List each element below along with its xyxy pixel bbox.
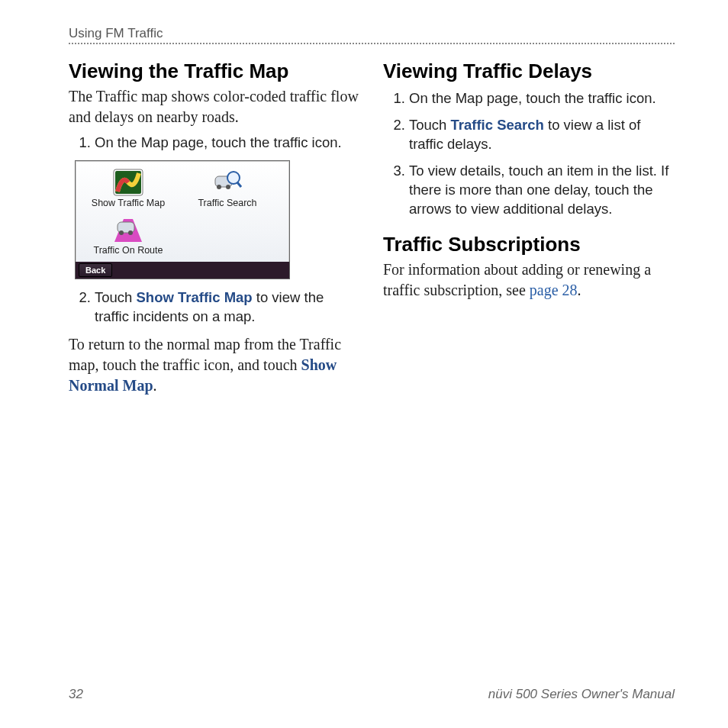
heading-traffic-subscriptions: Traffic Subscriptions	[383, 233, 675, 256]
intro-paragraph: The Traffic map shows color-coded traffi…	[69, 86, 360, 127]
traffic-search-icon	[212, 169, 243, 196]
device-button-label: Traffic On Route	[79, 245, 178, 256]
device-back-bar: Back	[76, 262, 289, 279]
svg-point-3	[217, 185, 221, 189]
device-button-label: Traffic Search	[178, 198, 277, 208]
right-column: Viewing Traffic Delays On the Map page, …	[383, 60, 675, 396]
svg-point-9	[119, 230, 124, 235]
steps-list: On the Map page, touch the traffic icon.	[69, 134, 360, 153]
step-item: On the Map page, touch the traffic icon.	[95, 134, 360, 153]
device-back-button[interactable]: Back	[79, 263, 112, 277]
svg-point-10	[128, 230, 133, 235]
device-button-traffic-on-route[interactable]: Traffic On Route	[79, 213, 178, 260]
keyword-traffic-search: Traffic Search	[451, 117, 544, 133]
step-text: Touch	[409, 117, 451, 133]
running-header: Using FM Traffic	[69, 26, 675, 41]
subscriptions-paragraph: For information about adding or renewing…	[383, 259, 675, 301]
header-rule	[69, 43, 675, 44]
device-screenshot: Show Traffic Map Traffic Search	[75, 160, 290, 279]
keyword-show-traffic-map: Show Traffic Map	[137, 289, 253, 305]
left-column: Viewing the Traffic Map The Traffic map …	[69, 60, 360, 396]
two-column-layout: Viewing the Traffic Map The Traffic map …	[69, 60, 675, 396]
device-button-traffic-search[interactable]: Traffic Search	[178, 166, 277, 213]
traffic-map-icon	[113, 169, 143, 196]
closing-paragraph: To return to the normal map from the Tra…	[69, 334, 360, 396]
traffic-route-icon	[113, 216, 143, 243]
paragraph-text: For information about adding or renewing…	[383, 261, 651, 298]
paragraph-text: .	[153, 377, 157, 394]
step-text: Touch	[95, 289, 137, 305]
manual-page: Using FM Traffic Viewing the Traffic Map…	[0, 0, 728, 728]
step-item: To view details, touch an item in the li…	[409, 162, 675, 219]
page-footer: 32 nüvi 500 Series Owner's Manual	[69, 687, 675, 702]
step-item: On the Map page, touch the traffic icon.	[409, 89, 675, 108]
page-link[interactable]: page 28	[530, 282, 578, 298]
svg-line-6	[237, 182, 241, 187]
step-item: Touch Traffic Search to view a list of t…	[409, 116, 675, 154]
delays-steps-list: On the Map page, touch the traffic icon.…	[383, 89, 675, 219]
step-item: Touch Show Traffic Map to view the traff…	[95, 288, 360, 327]
device-menu-grid: Show Traffic Map Traffic Search	[76, 161, 289, 262]
page-number: 32	[69, 687, 83, 702]
paragraph-text: To return to the normal map from the Tra…	[69, 336, 341, 373]
device-button-label: Show Traffic Map	[79, 198, 178, 208]
device-button-show-traffic-map[interactable]: Show Traffic Map	[79, 166, 178, 213]
product-name: nüvi 500 Series Owner's Manual	[488, 687, 675, 702]
paragraph-text: .	[578, 282, 581, 298]
heading-viewing-traffic-map: Viewing the Traffic Map	[69, 60, 360, 83]
heading-viewing-traffic-delays: Viewing Traffic Delays	[383, 60, 675, 83]
svg-point-4	[226, 185, 230, 189]
steps-list-continued: Touch Show Traffic Map to view the traff…	[69, 288, 360, 327]
